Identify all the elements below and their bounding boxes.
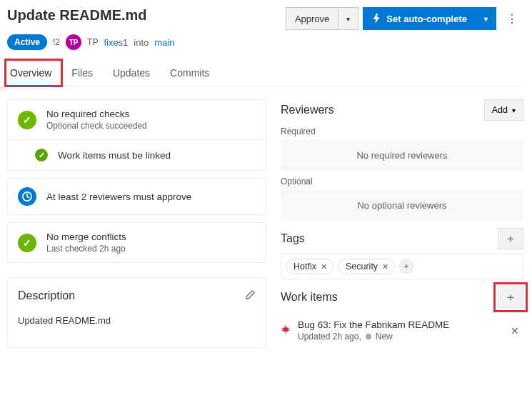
chevron-down-icon: ▾ bbox=[512, 106, 516, 114]
policy-checks-sub: Optional check succeeded bbox=[46, 121, 147, 131]
workitem-updated: Updated 2h ago, bbox=[298, 332, 361, 342]
work-item-row[interactable]: Bug 63: Fix the Fabrikam README Updated … bbox=[281, 312, 523, 342]
workitem-title: Bug 63: Fix the Fabrikam README bbox=[298, 319, 449, 330]
more-actions-button[interactable]: ⋮ bbox=[501, 12, 523, 26]
policy-workitems: ✓ Work items must be linked bbox=[8, 139, 266, 170]
pencil-icon bbox=[245, 289, 256, 300]
bug-icon bbox=[281, 324, 291, 337]
policy-reviewers: At least 2 reviewers must approve bbox=[8, 179, 266, 214]
reviewers-title: Reviewers bbox=[281, 104, 334, 116]
policy-merge: ✓ No merge conflicts Last checked 2h ago bbox=[8, 223, 266, 262]
policy-checks: ✓ No required checks Optional check succ… bbox=[8, 100, 266, 139]
lightning-icon bbox=[372, 14, 382, 24]
status-badge: Active bbox=[7, 34, 47, 50]
tags-title: Tags bbox=[281, 232, 305, 245]
policy-workitems-title: Work items must be linked bbox=[58, 150, 171, 161]
workitem-state: New bbox=[376, 332, 393, 342]
pr-meta: Active !2 TP TP fixes1 into main bbox=[7, 34, 523, 50]
check-circle-icon: ✓ bbox=[35, 149, 48, 161]
add-tag-button[interactable]: ＋ bbox=[498, 228, 523, 249]
author-initials: TP bbox=[87, 37, 98, 47]
approve-button[interactable]: Approve bbox=[286, 7, 338, 30]
tab-files[interactable]: Files bbox=[69, 61, 96, 86]
tags-input[interactable]: Hotfix ✕ Security ✕ + bbox=[281, 254, 523, 279]
plus-icon: ＋ bbox=[505, 232, 516, 247]
check-circle-icon: ✓ bbox=[18, 234, 36, 252]
workitems-title: Work items bbox=[281, 291, 338, 304]
svg-point-1 bbox=[283, 327, 288, 332]
state-dot-icon bbox=[366, 334, 371, 339]
iteration-label: !2 bbox=[53, 37, 60, 47]
tab-commits[interactable]: Commits bbox=[167, 61, 212, 86]
check-circle-icon: ✓ bbox=[18, 111, 36, 129]
policy-checks-title: No required checks bbox=[46, 109, 147, 119]
into-label: into bbox=[134, 37, 149, 48]
plus-icon: + bbox=[404, 262, 409, 272]
required-reviewers-placeholder: No required reviewers bbox=[281, 139, 523, 171]
approve-dropdown-button[interactable]: ▾ bbox=[338, 7, 358, 30]
author-avatar[interactable]: TP bbox=[66, 34, 81, 50]
optional-label: Optional bbox=[281, 176, 523, 186]
pr-tabs: Overview Files Updates Commits bbox=[7, 61, 523, 86]
tab-overview[interactable]: Overview bbox=[7, 61, 54, 86]
target-branch-link[interactable]: main bbox=[154, 37, 174, 48]
optional-reviewers-placeholder: No optional reviewers bbox=[281, 189, 523, 221]
autocomplete-dropdown-button[interactable]: ▾ bbox=[476, 7, 496, 30]
tag-chip: Security ✕ bbox=[338, 259, 395, 274]
policy-merge-sub: Last checked 2h ago bbox=[46, 244, 126, 254]
tab-updates[interactable]: Updates bbox=[110, 61, 153, 86]
remove-tag-button[interactable]: ✕ bbox=[321, 262, 327, 272]
description-title: Description bbox=[18, 289, 75, 302]
set-autocomplete-button[interactable]: Set auto-complete bbox=[363, 7, 476, 30]
required-label: Required bbox=[281, 126, 523, 136]
edit-description-button[interactable] bbox=[245, 289, 256, 302]
inline-add-tag-button[interactable]: + bbox=[399, 259, 413, 274]
remove-tag-button[interactable]: ✕ bbox=[382, 262, 388, 272]
description-card: Description Updated README.md bbox=[7, 277, 266, 348]
source-branch-link[interactable]: fixes1 bbox=[104, 37, 128, 48]
page-title: Update README.md bbox=[7, 7, 147, 24]
description-body: Updated README.md bbox=[18, 315, 256, 326]
remove-workitem-button[interactable]: ✕ bbox=[506, 321, 523, 341]
chevron-down-icon: ▾ bbox=[346, 15, 350, 23]
policy-merge-title: No merge conflicts bbox=[46, 232, 126, 242]
chevron-down-icon: ▾ bbox=[484, 15, 488, 23]
clock-icon bbox=[18, 187, 36, 206]
add-workitem-button[interactable]: ＋ bbox=[498, 287, 523, 308]
more-vertical-icon: ⋮ bbox=[506, 13, 518, 25]
header-actions: Approve ▾ Set auto-complete ▾ ⋮ bbox=[286, 7, 523, 30]
tag-chip: Hotfix ✕ bbox=[286, 259, 333, 274]
close-icon: ✕ bbox=[511, 325, 519, 337]
plus-icon: ＋ bbox=[505, 290, 516, 305]
policy-reviewers-title: At least 2 reviewers must approve bbox=[46, 191, 191, 202]
add-reviewer-button[interactable]: Add ▾ bbox=[484, 99, 523, 121]
